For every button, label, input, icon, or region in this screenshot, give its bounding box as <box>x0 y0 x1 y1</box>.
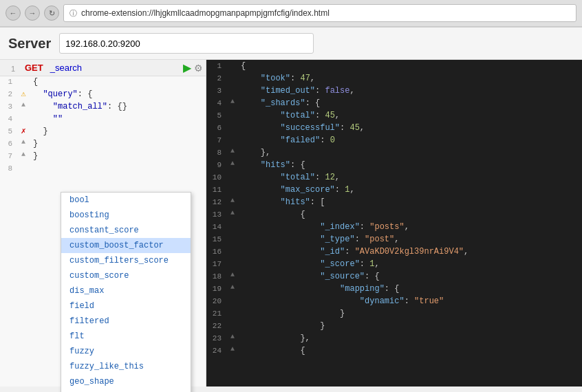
result-num-9: 9 <box>206 160 227 169</box>
result-gutter-4[interactable]: ▲ <box>227 98 238 105</box>
result-line-20: 20 "dynamic": "true" <box>206 295 582 307</box>
result-num-3: 3 <box>206 85 227 95</box>
autocomplete-item-fuzzy[interactable]: fuzzy <box>61 344 191 359</box>
back-button[interactable]: ← <box>6 6 21 21</box>
result-content-8: }, <box>238 147 582 158</box>
result-content-10: "total": 12, <box>238 172 582 183</box>
server-label: Server <box>8 36 51 52</box>
toolbar-linenum: 1 <box>3 63 19 73</box>
result-content-24: { <box>238 345 582 356</box>
settings-icon[interactable]: ⚙ <box>194 63 203 74</box>
result-num-20: 20 <box>206 296 227 305</box>
result-line-24: 24 ▲ { <box>206 345 582 357</box>
line-content-6[interactable]: } <box>30 138 206 149</box>
forward-button[interactable]: → <box>25 6 40 21</box>
address-bar[interactable]: ⓘ chrome-extension://lhjgkmllcaadmopgman… <box>63 4 576 22</box>
autocomplete-item-custom-boost-factor[interactable]: custom_boost_factor <box>61 238 191 253</box>
line-content-4[interactable]: "" <box>30 113 206 124</box>
nav-bar: ← → ↻ ⓘ chrome-extension://lhjgkmllcaadm… <box>0 0 582 27</box>
line-content-2[interactable]: "query": { <box>30 89 206 100</box>
results-panel[interactable]: 1 { 2 "took": 47, 3 "timed_out": false, … <box>206 60 582 386</box>
editor-line-3: 3 ▲ "match_all": {} <box>0 101 206 113</box>
line-num-4: 4 <box>0 113 17 123</box>
autocomplete-item-flt[interactable]: flt <box>61 329 191 344</box>
autocomplete-item-dis-max[interactable]: dis_max <box>61 283 191 298</box>
gutter-fold-3[interactable]: ▲ <box>17 101 30 109</box>
result-content-1: { <box>238 61 582 72</box>
result-line-8: 8 ▲ }, <box>206 146 582 159</box>
editor-line-5: 5 ✗ } <box>0 126 206 138</box>
http-method: GET <box>22 61 46 74</box>
result-line-13: 13 ▲ { <box>206 208 582 221</box>
line-num-3: 3 <box>0 101 17 111</box>
gutter-fold-7[interactable]: ▲ <box>17 151 30 158</box>
result-gutter-12[interactable]: ▲ <box>227 197 238 204</box>
result-num-23: 23 <box>206 333 227 342</box>
result-gutter-24[interactable]: ▲ <box>227 345 238 353</box>
result-content-13: { <box>238 209 582 220</box>
result-line-16: 16 "_id": "AVaKD0V2kgl39nrAi9V4", <box>206 246 582 258</box>
result-num-14: 14 <box>206 221 227 231</box>
gutter-error-5: ✗ <box>17 126 30 136</box>
browser-chrome: ← → ↻ ⓘ chrome-extension://lhjgkmllcaadm… <box>0 0 582 28</box>
autocomplete-item-has-child[interactable]: has_child <box>61 389 191 392</box>
result-gutter-18[interactable]: ▲ <box>227 271 238 279</box>
result-num-19: 19 <box>206 283 227 293</box>
autocomplete-item-constant-score[interactable]: constant_score <box>61 223 191 238</box>
result-gutter-23[interactable]: ▲ <box>227 333 238 340</box>
autocomplete-item-field[interactable]: field <box>61 298 191 314</box>
autocomplete-item-bool[interactable]: bool <box>61 193 191 208</box>
result-gutter-9[interactable]: ▲ <box>227 160 238 167</box>
gutter-fold-6[interactable]: ▲ <box>17 138 30 146</box>
autocomplete-item-boosting[interactable]: boosting <box>61 208 191 223</box>
result-content-2: "took": 47, <box>238 73 582 84</box>
request-path[interactable]: _search <box>49 61 180 74</box>
autocomplete-dropdown[interactable]: bool boosting constant_score custom_boos… <box>61 192 191 392</box>
line-num-1: 1 <box>0 76 17 86</box>
autocomplete-item-custom-filters-score[interactable]: custom_filters_score <box>61 253 191 268</box>
result-content-19: "mapping": { <box>238 283 582 294</box>
result-content-16: "_id": "AVaKD0V2kgl39nrAi9V4", <box>238 246 582 257</box>
result-line-3: 3 "timed_out": false, <box>206 85 582 97</box>
autocomplete-item-custom-score[interactable]: custom_score <box>61 268 191 283</box>
line-content-7[interactable]: } <box>30 151 206 162</box>
line-content-3[interactable]: "match_all": {} <box>30 101 206 112</box>
result-gutter-13[interactable]: ▲ <box>227 209 238 217</box>
line-num-2: 2 <box>0 89 17 98</box>
result-content-9: "hits": { <box>238 160 582 171</box>
editor-line-1: 1 { <box>0 76 206 89</box>
line-content-8[interactable] <box>30 163 206 164</box>
editor-line-4: 4 "" <box>0 113 206 126</box>
editor-toolbar: 1 GET _search ▶ ⚙ <box>0 60 206 76</box>
result-content-18: "_source": { <box>238 271 582 282</box>
result-line-2: 2 "took": 47, <box>206 72 582 85</box>
result-num-1: 1 <box>206 61 227 70</box>
result-line-21: 21 } <box>206 307 582 320</box>
autocomplete-item-fuzzy-like-this[interactable]: fuzzy_like_this <box>61 359 191 374</box>
result-num-5: 5 <box>206 110 227 120</box>
result-line-9: 9 ▲ "hits": { <box>206 159 582 171</box>
result-gutter-8[interactable]: ▲ <box>227 147 238 155</box>
result-content-20: "dynamic": "true" <box>238 296 582 307</box>
autocomplete-item-geo-shape[interactable]: geo_shape <box>61 374 191 389</box>
result-line-1: 1 { <box>206 60 582 72</box>
line-num-5: 5 <box>0 126 17 135</box>
result-line-17: 17 "_score": 1, <box>206 258 582 270</box>
refresh-button[interactable]: ↻ <box>44 6 59 21</box>
editor-line-8: 8 <box>0 163 206 175</box>
server-address-input[interactable] <box>59 33 314 54</box>
result-gutter-19[interactable]: ▲ <box>227 283 238 291</box>
run-button[interactable]: ▶ <box>183 61 191 74</box>
security-icon: ⓘ <box>69 8 77 19</box>
line-content-1[interactable]: { <box>30 76 206 87</box>
line-content-5[interactable]: } <box>30 126 206 137</box>
editor-line-7: 7 ▲ } <box>0 151 206 163</box>
result-num-22: 22 <box>206 320 227 330</box>
result-line-12: 12 ▲ "hits": [ <box>206 196 582 208</box>
result-line-6: 6 "successful": 45, <box>206 122 582 134</box>
autocomplete-item-filtered[interactable]: filtered <box>61 314 191 329</box>
result-line-15: 15 "_type": "post", <box>206 233 582 246</box>
result-line-10: 10 "total": 12, <box>206 171 582 184</box>
result-line-5: 5 "total": 45, <box>206 109 582 122</box>
line-num-6: 6 <box>0 138 17 148</box>
